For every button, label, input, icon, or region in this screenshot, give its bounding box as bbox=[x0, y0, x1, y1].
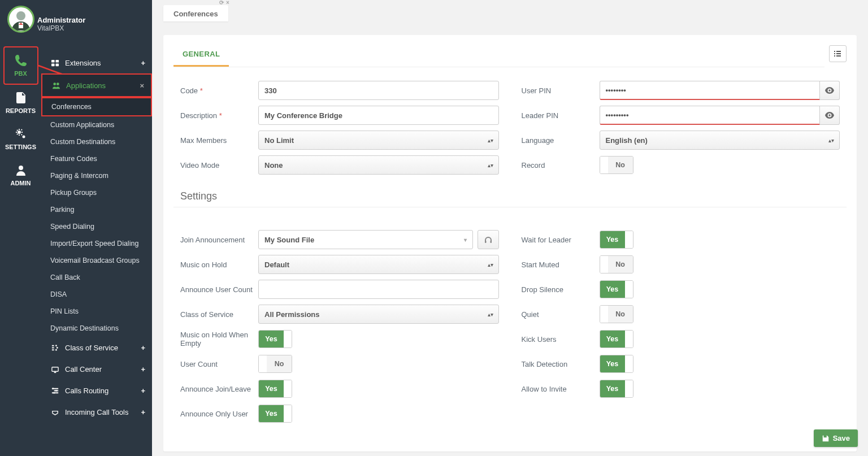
sm-child-conferences[interactable]: Conferences bbox=[41, 97, 152, 116]
chevron-down-icon: ▾ bbox=[464, 237, 467, 243]
reports-icon bbox=[14, 90, 28, 105]
label-kick-users: Kick Users bbox=[522, 335, 594, 344]
select-music-on-hold[interactable]: Default bbox=[258, 255, 499, 274]
close-tab-icon[interactable]: × bbox=[226, 0, 229, 6]
input-announce-user-count[interactable] bbox=[258, 280, 499, 299]
sm-child-import-export-speed[interactable]: Import/Export Speed Dialing bbox=[41, 235, 152, 252]
cos-icon bbox=[50, 343, 59, 352]
label-leader-pin: Leader PIN bbox=[522, 111, 594, 120]
select-video-mode[interactable]: None bbox=[258, 155, 499, 175]
save-icon bbox=[822, 435, 830, 442]
preview-sound-button[interactable] bbox=[478, 230, 499, 249]
toggle-announce-join-leave[interactable]: Yes bbox=[258, 380, 292, 398]
label-allow-to-invite: Allow to Invite bbox=[522, 385, 594, 393]
form-card: GENERAL Code * Description * bbox=[163, 35, 857, 451]
sm-calls-routing[interactable]: Calls Routing + bbox=[41, 380, 152, 401]
nav-reports[interactable]: REPORTS bbox=[3, 85, 38, 121]
reveal-user-pin[interactable] bbox=[820, 81, 840, 100]
select-class-of-service[interactable]: All Permissions bbox=[258, 305, 499, 324]
nav-settings[interactable]: SETTINGS bbox=[3, 121, 38, 157]
nav-label: REPORTS bbox=[6, 107, 36, 114]
toggle-allow-to-invite[interactable]: Yes bbox=[600, 380, 633, 398]
reveal-leader-pin[interactable] bbox=[820, 106, 840, 125]
sm-label: Class of Service bbox=[65, 344, 118, 352]
svg-point-11 bbox=[55, 345, 57, 346]
select-max-members[interactable]: No Limit bbox=[258, 131, 499, 150]
content-area: ⟳ × Conferences GENERAL Code * bbox=[152, 0, 868, 456]
svg-rect-20 bbox=[485, 241, 487, 243]
sm-call-center[interactable]: Call Center + bbox=[41, 358, 152, 380]
input-description[interactable] bbox=[258, 106, 499, 125]
svg-rect-14 bbox=[51, 367, 58, 371]
sm-child-parking[interactable]: Parking bbox=[41, 201, 152, 218]
sm-child-custom-destinations[interactable]: Custom Destinations bbox=[41, 133, 152, 150]
svg-point-17 bbox=[53, 392, 55, 393]
list-toggle-button[interactable] bbox=[829, 45, 847, 62]
nav-pbx[interactable]: PBX bbox=[3, 46, 38, 85]
save-button[interactable]: Save bbox=[814, 429, 858, 447]
sm-label: Applications bbox=[66, 81, 106, 90]
refresh-icon[interactable]: ⟳ bbox=[219, 0, 224, 6]
toggle-start-muted[interactable]: No bbox=[600, 255, 633, 273]
toggle-wait-for-leader[interactable]: Yes bbox=[600, 231, 633, 249]
routing-icon bbox=[50, 386, 59, 395]
plus-icon: + bbox=[141, 386, 145, 395]
sm-child-feature-codes[interactable]: Feature Codes bbox=[41, 150, 152, 167]
select-join-announcement[interactable]: My Sound File▾ bbox=[258, 230, 473, 249]
call-center-icon bbox=[50, 364, 59, 374]
plus-icon: + bbox=[141, 365, 145, 374]
sm-extensions[interactable]: Extensions + bbox=[41, 52, 152, 73]
svg-point-2 bbox=[18, 131, 21, 134]
toggle-drop-silence[interactable]: Yes bbox=[600, 280, 633, 298]
toggle-announce-only-user[interactable]: Yes bbox=[258, 405, 292, 423]
avatar[interactable] bbox=[7, 6, 34, 33]
sm-incoming-call-tools[interactable]: Incoming Call Tools + bbox=[41, 401, 152, 423]
sm-label: Extensions bbox=[65, 59, 101, 67]
sm-label: Incoming Call Tools bbox=[65, 408, 128, 416]
sm-applications[interactable]: Applications × bbox=[41, 73, 152, 97]
sm-child-speed-dialing[interactable]: Speed Dialing bbox=[41, 218, 152, 235]
svg-point-13 bbox=[55, 349, 57, 350]
page-tab-label: Conferences bbox=[173, 10, 218, 18]
label-announce-only-user: Announce Only User bbox=[180, 410, 253, 418]
label-user-count: User Count bbox=[180, 360, 253, 368]
svg-point-19 bbox=[828, 114, 830, 116]
input-user-pin[interactable] bbox=[600, 81, 821, 100]
submenu-children: Conferences Custom Applications Custom D… bbox=[41, 97, 152, 337]
sm-child-pickup-groups[interactable]: Pickup Groups bbox=[41, 184, 152, 201]
toggle-kick-users[interactable]: Yes bbox=[600, 330, 633, 348]
toggle-quiet[interactable]: No bbox=[600, 305, 633, 323]
plus-icon: + bbox=[141, 59, 145, 67]
sm-child-voicemail-broadcast[interactable]: Voicemail Broadcast Groups bbox=[41, 252, 152, 269]
nav-label: PBX bbox=[14, 70, 27, 77]
nav-admin[interactable]: ADMIN bbox=[3, 157, 38, 193]
svg-point-3 bbox=[22, 136, 25, 138]
page-tab-conferences[interactable]: ⟳ × Conferences bbox=[163, 5, 228, 21]
input-leader-pin[interactable] bbox=[600, 106, 821, 125]
eye-icon bbox=[825, 111, 834, 119]
user-info: Administrator VitalPBX bbox=[37, 16, 85, 32]
sm-child-dynamic-destinations[interactable]: Dynamic Destinations bbox=[41, 320, 152, 337]
toggle-moh-empty[interactable]: Yes bbox=[258, 330, 292, 348]
eye-icon bbox=[825, 86, 834, 94]
sm-child-call-back[interactable]: Call Back bbox=[41, 269, 152, 286]
tabstrip: GENERAL bbox=[173, 45, 824, 67]
svg-point-16 bbox=[55, 390, 57, 392]
sm-child-disa[interactable]: DISA bbox=[41, 286, 152, 303]
sm-child-paging-intercom[interactable]: Paging & Intercom bbox=[41, 167, 152, 184]
close-icon[interactable]: × bbox=[140, 81, 144, 90]
incoming-icon bbox=[50, 407, 59, 416]
sm-class-of-service[interactable]: Class of Service + bbox=[41, 337, 152, 358]
toggle-user-count[interactable]: No bbox=[258, 355, 292, 373]
svg-point-9 bbox=[53, 82, 56, 85]
input-code[interactable] bbox=[258, 81, 499, 100]
label-join-announcement: Join Announcement bbox=[180, 236, 253, 244]
svg-rect-21 bbox=[490, 241, 492, 243]
sm-child-custom-applications[interactable]: Custom Applications bbox=[41, 116, 152, 133]
select-language[interactable]: English (en) bbox=[600, 131, 840, 150]
sm-child-pin-lists[interactable]: PIN Lists bbox=[41, 303, 152, 320]
toggle-talk-detection[interactable]: Yes bbox=[600, 355, 633, 373]
label-video-mode: Video Mode bbox=[180, 161, 253, 170]
tab-general[interactable]: GENERAL bbox=[173, 45, 229, 67]
toggle-record[interactable]: No bbox=[600, 156, 633, 174]
